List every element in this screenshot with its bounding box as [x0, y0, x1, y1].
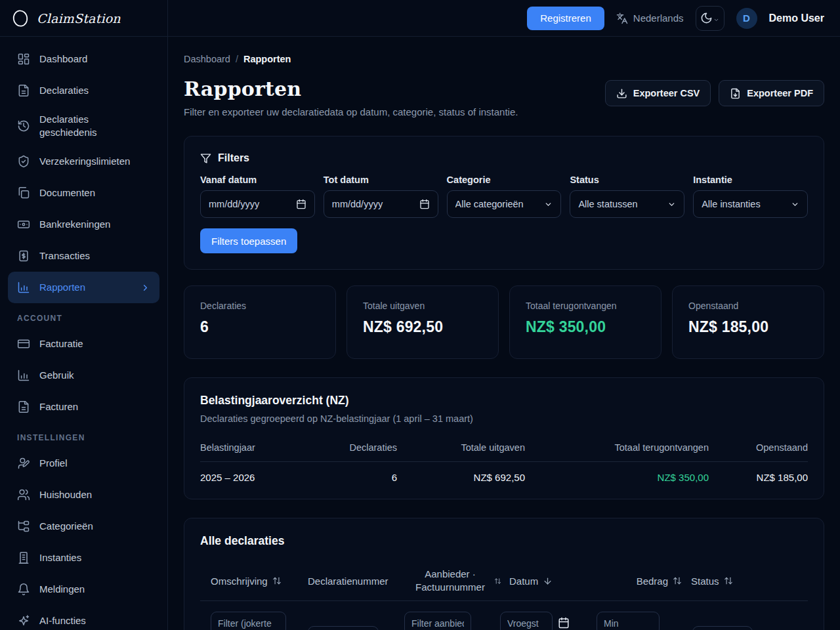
column-header-datum[interactable]: Datum: [499, 576, 594, 587]
description-filter-cell: [200, 612, 297, 630]
sidebar-item-declaraties-geschiedenis[interactable]: Declaraties geschiedenis: [8, 106, 159, 146]
theme-toggle-button[interactable]: [696, 6, 724, 31]
tax-year-card: Belastingjaaroverzicht (NZ) Declaraties …: [184, 377, 824, 499]
column-label: Bedrag: [637, 576, 668, 587]
breadcrumb-dashboard[interactable]: Dashboard: [184, 54, 230, 64]
download-icon: [616, 88, 627, 99]
calendar-icon[interactable]: [419, 199, 430, 209]
sort-icon: [494, 578, 501, 585]
authority-value: Alle instanties: [702, 199, 791, 209]
bar-chart-icon: [17, 369, 30, 382]
to-date-input[interactable]: mm/dd/yyyy: [324, 190, 438, 218]
amount-filter-cell: [594, 612, 686, 630]
sidebar-item-bankrekeningen[interactable]: Bankrekeningen: [8, 209, 159, 240]
page-subtitle: Filter en exporteer uw declaratiedata op…: [184, 106, 518, 117]
authority-label: Instantie: [693, 175, 808, 185]
calendar-icon[interactable]: [558, 617, 570, 629]
category-select[interactable]: Alle categorieën: [447, 190, 562, 218]
min-amount-filter-input[interactable]: [597, 612, 660, 630]
sidebar-item-facturen[interactable]: Facturen: [8, 391, 159, 423]
column-header-status[interactable]: Status: [686, 576, 808, 587]
column-label: Omschrijving: [211, 576, 268, 587]
brand-name: ClaimStation: [37, 11, 121, 26]
sidebar-item-dashboard[interactable]: Dashboard: [8, 43, 159, 75]
column-header: Totaal terugontvangen: [525, 442, 709, 453]
claim-number-filter-input[interactable]: [308, 626, 379, 630]
chevron-down-icon: [791, 200, 799, 209]
avatar[interactable]: D: [736, 8, 757, 29]
column-header-omschrijving[interactable]: Omschrijving: [200, 576, 297, 587]
provider-filter-input[interactable]: [404, 612, 471, 630]
sidebar-item-transacties[interactable]: Transacties: [8, 240, 159, 272]
sidebar-item-label: Verzekeringslimieten: [39, 155, 130, 168]
receipt-icon: [17, 249, 30, 262]
sidebar-item-label: AI-functies: [39, 614, 86, 627]
sidebar-item-verzekeringslimieten[interactable]: Verzekeringslimieten: [8, 146, 159, 177]
stat-value: NZ$ 692,50: [363, 318, 482, 336]
earliest-date-filter-input[interactable]: [500, 612, 553, 630]
sort-icon: [673, 576, 682, 585]
export-pdf-button[interactable]: Exporteer PDF: [719, 80, 824, 106]
breadcrumb-current: Rapporten: [243, 54, 291, 64]
sidebar-item-label: Huishouden: [39, 488, 92, 501]
avatar-initial: D: [743, 12, 750, 24]
from-date-label: Vanaf datum: [200, 175, 315, 185]
column-header-aanbieder[interactable]: Aanbieder · Factuurnummer: [402, 568, 499, 594]
column-header: Declaraties: [346, 442, 397, 453]
sidebar-item-profiel[interactable]: Profiel: [8, 448, 159, 479]
sidebar-item-categorieen[interactable]: Categorieën: [8, 511, 159, 542]
authority-select[interactable]: Alle instanties: [693, 190, 808, 218]
breadcrumb-separator: /: [236, 54, 238, 64]
language-switcher[interactable]: Nederlands: [616, 12, 684, 24]
category-label: Categorie: [447, 175, 562, 185]
chevron-down-icon: [544, 200, 553, 209]
filters-grid: Vanaf datum mm/dd/yyyy Tot datum mm/dd/y…: [200, 175, 808, 218]
description-filter-input[interactable]: [211, 612, 286, 630]
status-select[interactable]: Alle statussen: [570, 190, 684, 218]
column-header-declaratienummer[interactable]: Declaratienummer: [297, 576, 402, 587]
tax-spent-cell: NZ$ 692,50: [397, 472, 525, 483]
all-claims-title: Alle declaraties: [200, 534, 808, 548]
register-button[interactable]: Registreren: [527, 7, 604, 30]
main-content: Dashboard / Rapporten Rapporten Filter e…: [168, 0, 840, 630]
from-date-input[interactable]: mm/dd/yyyy: [200, 190, 315, 218]
sidebar-section-account: ACCOUNT: [8, 312, 159, 324]
sidebar-item-documenten[interactable]: Documenten: [8, 177, 159, 209]
tax-year-table-header: Belastingjaar Declaraties Totale uitgave…: [200, 442, 808, 462]
stat-label: Totale uitgaven: [363, 301, 482, 311]
sparkles-icon: [17, 614, 30, 627]
sidebar-item-declaraties[interactable]: Declaraties: [8, 75, 159, 106]
tax-claims-cell: 6: [346, 472, 397, 483]
sidebar-item-huishouden[interactable]: Huishouden: [8, 479, 159, 511]
sidebar-item-meldingen[interactable]: Meldingen: [8, 574, 159, 605]
sidebar-item-gebruik[interactable]: Gebruik: [8, 360, 159, 391]
chevron-right-icon: [140, 283, 150, 293]
brand-logo[interactable]: ClaimStation: [0, 0, 168, 36]
sort-icon: [724, 576, 733, 585]
export-csv-label: Exporteer CSV: [633, 88, 700, 98]
filters-header: Filters: [200, 152, 808, 164]
calendar-icon[interactable]: [296, 199, 306, 209]
bar-chart-icon: [17, 281, 30, 294]
from-date-field: Vanaf datum mm/dd/yyyy: [200, 175, 315, 218]
sidebar-item-label: Rapporten: [39, 281, 85, 294]
file-down-icon: [730, 88, 741, 99]
export-csv-button[interactable]: Exporteer CSV: [605, 80, 711, 106]
sidebar-item-instanties[interactable]: Instanties: [8, 542, 159, 574]
breadcrumb: Dashboard / Rapporten: [184, 54, 824, 64]
topbar: ClaimStation Registreren Nederlands D De…: [0, 0, 840, 37]
to-date-value: mm/dd/yyyy: [332, 199, 419, 209]
sidebar-item-ai-functies[interactable]: AI-functies: [8, 605, 159, 630]
status-filter-select[interactable]: Alle: [692, 626, 753, 630]
claims-filter-row: Alle: [200, 612, 808, 630]
status-label: Status: [570, 175, 684, 185]
apply-filters-button[interactable]: Filters toepassen: [200, 228, 297, 253]
sidebar-item-rapporten[interactable]: Rapporten: [8, 272, 159, 303]
sidebar-item-facturatie[interactable]: Facturatie: [8, 328, 159, 360]
to-date-label: Tot datum: [324, 175, 438, 185]
user-pen-icon: [17, 457, 30, 470]
claims-table-header: Omschrijving Declaratienummer Aanbieder …: [200, 568, 808, 601]
tax-year-title: Belastingjaaroverzicht (NZ): [200, 394, 808, 408]
page-header: Rapporten Filter en exporteer uw declara…: [184, 77, 824, 117]
column-header-bedrag[interactable]: Bedrag: [594, 576, 686, 587]
